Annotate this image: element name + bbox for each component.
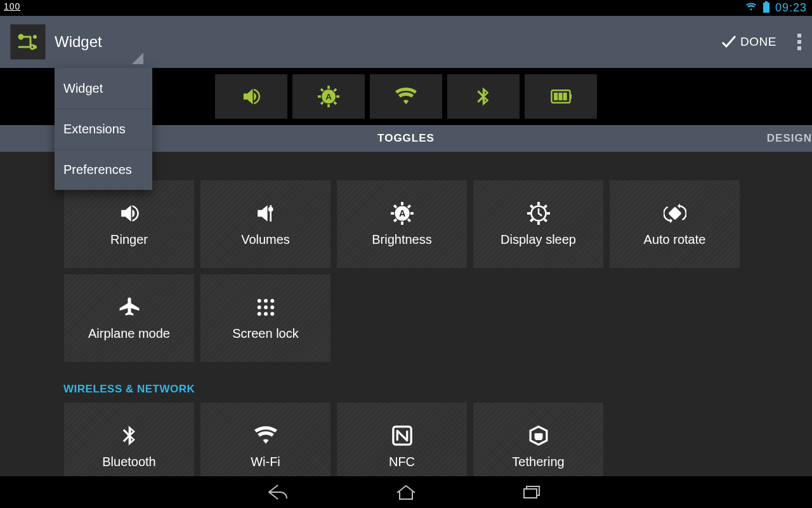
spinner-indicator-icon[interactable]: [132, 53, 143, 64]
toggle-tile-brightness-auto[interactable]: Brightness: [336, 180, 468, 269]
toggle-tile-bluetooth[interactable]: Bluetooth: [63, 402, 195, 476]
tile-label: Ringer: [110, 232, 148, 247]
back-button[interactable]: [263, 479, 295, 505]
svg-point-29: [33, 45, 37, 49]
done-label: DONE: [740, 35, 776, 49]
tile-label: NFC: [389, 455, 415, 469]
battery-percent: 100: [4, 1, 20, 11]
home-button[interactable]: [390, 479, 422, 505]
toggle-tile-sleep[interactable]: Display sleep: [473, 180, 604, 269]
section-title: WIRELESS & NETWORK: [63, 383, 749, 396]
action-bar: Widget DONE: [0, 16, 812, 68]
tile-label: Wi-Fi: [251, 455, 280, 469]
tile-label: Auto rotate: [644, 232, 706, 247]
recent-apps-button[interactable]: [517, 479, 549, 505]
done-button[interactable]: DONE: [710, 34, 787, 50]
preview-tile-wifi[interactable]: [370, 74, 442, 119]
preview-tile-bluetooth[interactable]: [447, 74, 520, 119]
dropdown-item-widget[interactable]: Widget: [55, 68, 152, 109]
toggle-tile-sliders[interactable]: Volumes: [200, 180, 331, 269]
tile-label: Volumes: [241, 232, 290, 247]
toggle-tile-airplane[interactable]: Airplane mode: [63, 274, 195, 363]
dropdown-item-preferences[interactable]: Preferences: [55, 149, 152, 190]
svg-rect-26: [765, 1, 768, 3]
status-bar: 100 09:23: [0, 0, 812, 16]
toggle-tile-tether[interactable]: Tethering: [473, 402, 604, 476]
preview-tile-volume[interactable]: [215, 74, 287, 119]
svg-rect-25: [763, 3, 769, 13]
overflow-menu-button[interactable]: [787, 31, 812, 53]
tile-label: Tethering: [512, 455, 564, 469]
system-nav-bar: [0, 476, 812, 508]
actionbar-dropdown: WidgetExtensionsPreferences: [55, 68, 152, 190]
preview-tile-brightness-auto[interactable]: [292, 74, 365, 119]
tile-label: Display sleep: [501, 232, 576, 247]
battery-status-icon: [763, 1, 770, 15]
preview-tile-battery[interactable]: [525, 74, 597, 119]
tile-label: Airplane mode: [88, 326, 170, 341]
status-clock: 09:23: [775, 1, 807, 15]
dropdown-item-extensions[interactable]: Extensions: [55, 109, 152, 149]
tile-label: Screen lock: [232, 326, 299, 341]
tab-toggles[interactable]: TOGGLES: [377, 132, 435, 145]
tile-label: Bluetooth: [102, 455, 156, 469]
toggle-tile-volume[interactable]: Ringer: [63, 180, 195, 269]
svg-rect-27: [15, 29, 41, 55]
toggle-tile-wifi[interactable]: Wi-Fi: [200, 402, 331, 476]
app-icon[interactable]: [10, 24, 46, 60]
tile-label: Brightness: [372, 232, 432, 247]
actionbar-title[interactable]: Widget: [55, 33, 102, 51]
toggle-tile-rotate[interactable]: Auto rotate: [609, 180, 740, 269]
svg-point-28: [33, 35, 37, 39]
svg-rect-31: [524, 489, 537, 498]
main-content: RingerVolumesBrightnessDisplay sleepAuto…: [0, 152, 812, 476]
check-icon: [720, 34, 737, 50]
tab-design[interactable]: DESIGN: [767, 132, 812, 145]
wifi-status-icon: [745, 2, 757, 14]
toggle-tile-nfc[interactable]: NFC: [336, 402, 468, 476]
toggle-tile-lock-dots[interactable]: Screen lock: [200, 274, 331, 363]
